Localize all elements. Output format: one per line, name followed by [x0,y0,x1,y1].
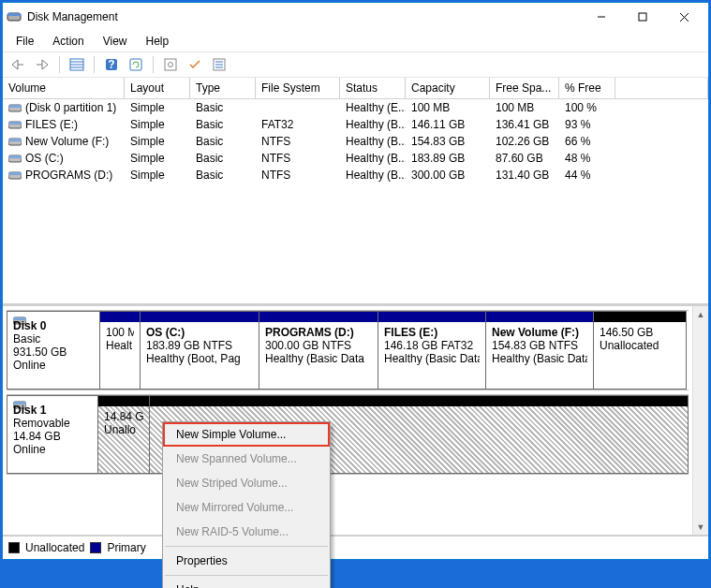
header-extra[interactable] [615,78,708,98]
toolbar: ? [3,51,708,78]
volume-layout: Simple [125,134,190,149]
volume-name: (Disk 0 partition 1) [25,101,116,114]
svg-point-18 [169,63,173,67]
volume-free: 100 MB [490,100,559,115]
partition-size: 154.83 GB NTFS [492,339,587,352]
help-button[interactable]: ? [100,54,123,75]
volume-capacity: 146.11 GB [406,117,490,132]
volume-status: Healthy (E... [340,100,406,115]
partition-size: 146.50 GB [600,326,680,339]
header-capacity[interactable]: Capacity [406,78,490,98]
partition[interactable]: FILES (E:)146.18 GB FAT32Healthy (Basic … [378,311,486,390]
volume-type: Basic [190,134,256,149]
maximize-button[interactable] [622,3,663,31]
volume-name: New Volume (F:) [25,135,109,148]
svg-rect-3 [639,13,646,21]
legend-unalloc-label: Unallocated [25,541,84,554]
titlebar[interactable]: Disk Management [3,3,708,31]
partition[interactable]: PROGRAMS (D:)300.00 GB NTFSHealthy (Basi… [259,311,378,390]
list-button[interactable] [208,54,230,75]
app-icon [7,9,22,24]
volume-capacity: 154.83 GB [406,134,490,149]
partition[interactable]: 100 MHealt [99,311,141,390]
volume-name: OS (C:) [25,152,64,165]
table-row[interactable]: New Volume (F:)SimpleBasicNTFSHealthy (B… [3,133,708,150]
partition[interactable]: 146.50 GBUnallocated [593,311,687,390]
volume-capacity: 300.00 GB [406,168,490,183]
svg-marker-8 [42,60,48,69]
menu-view[interactable]: View [96,33,135,50]
partition[interactable]: OS (C:)183.89 GB NTFSHealthy (Boot, Pag [140,311,259,390]
disk-row: Disk 1Removable14.84 GBOnline14.84 GUnal… [7,394,689,475]
close-button[interactable] [663,3,704,31]
scroll-up-icon[interactable]: ▲ [693,306,708,322]
volume-type: Basic [190,151,256,166]
volume-list: Volume Layout Type File System Status Ca… [3,78,708,304]
partition-size: 100 M [106,326,134,339]
menu-help[interactable]: Help [139,33,177,50]
svg-rect-16 [130,59,141,70]
partition-status: Unallocated [600,339,680,352]
partition-status: Unallo [104,423,143,436]
context-menu-item[interactable]: Properties [163,549,330,573]
check-button[interactable] [184,54,206,75]
header-filesystem[interactable]: File System [256,78,340,98]
partition-status: Healthy (Boot, Pag [146,352,253,365]
scrollbar[interactable]: ▲ ▼ [692,306,708,535]
volume-icon [8,137,22,146]
disk-info[interactable]: Disk 1Removable14.84 GBOnline [7,395,98,474]
volume-icon [8,120,22,129]
header-layout[interactable]: Layout [125,78,190,98]
partition[interactable]: New Volume (F:)154.83 GB NTFSHealthy (Ba… [485,311,594,390]
partition-title: New Volume (F:) [492,326,587,339]
header-volume[interactable]: Volume [3,78,125,98]
context-menu-item[interactable]: Help [163,578,330,588]
legend: Unallocated Primary [3,535,708,559]
menu-action[interactable]: Action [45,33,91,50]
minimize-button[interactable] [581,3,622,31]
disk-info[interactable]: Disk 0Basic931.50 GBOnline [7,311,100,390]
menubar: File Action View Help [3,31,708,51]
disk-state: Online [13,443,92,456]
header-pct-free[interactable]: % Free [559,78,615,98]
svg-rect-30 [8,155,22,158]
table-row[interactable]: PROGRAMS (D:)SimpleBasicNTFSHealthy (B..… [3,167,708,184]
header-status[interactable]: Status [340,78,406,98]
table-row[interactable]: OS (C:)SimpleBasicNTFSHealthy (B...183.8… [3,150,708,167]
refresh-button[interactable] [125,54,147,75]
disk-title: Disk 1 [13,404,92,417]
show-hide-button[interactable] [66,54,88,75]
volume-icon [8,154,22,163]
context-menu-item[interactable]: New Simple Volume... [163,422,330,447]
scroll-down-icon[interactable]: ▼ [693,519,708,535]
svg-rect-17 [165,59,176,70]
table-row[interactable]: (Disk 0 partition 1)SimpleBasicHealthy (… [3,99,708,116]
window: Disk Management File Action View Help ? … [2,2,709,560]
volume-pct: 44 % [559,168,615,183]
volume-pct: 93 % [559,117,615,132]
volume-layout: Simple [125,117,190,132]
context-menu-item: New Striped Volume... [163,471,330,495]
context-menu[interactable]: New Simple Volume...New Spanned Volume..… [162,421,331,588]
volume-free: 131.40 GB [490,168,559,183]
header-free-space[interactable]: Free Spa... [490,78,559,98]
table-row[interactable]: FILES (E:)SimpleBasicFAT32Healthy (B...1… [3,116,708,133]
settings-button[interactable] [159,54,182,75]
partition-size: 183.89 GB NTFS [146,339,253,352]
volume-type: Basic [190,117,256,132]
volume-name: FILES (E:) [25,118,78,131]
context-menu-item: New RAID-5 Volume... [163,520,330,544]
volume-layout: Simple [125,100,190,115]
svg-rect-24 [8,105,22,108]
partition[interactable]: 14.84 GUnallo [97,395,150,474]
disk-row: Disk 0Basic931.50 GBOnline100 MHealtOS (… [7,310,689,390]
partition-title: OS (C:) [146,326,253,339]
svg-rect-26 [8,122,22,125]
forward-button[interactable] [31,54,53,75]
header-type[interactable]: Type [190,78,256,98]
partition-size: 146.18 GB FAT32 [384,339,480,352]
partition-title: FILES (E:) [384,326,480,339]
menu-file[interactable]: File [8,33,41,50]
back-button[interactable] [7,54,29,75]
disk-state: Online [13,359,94,372]
